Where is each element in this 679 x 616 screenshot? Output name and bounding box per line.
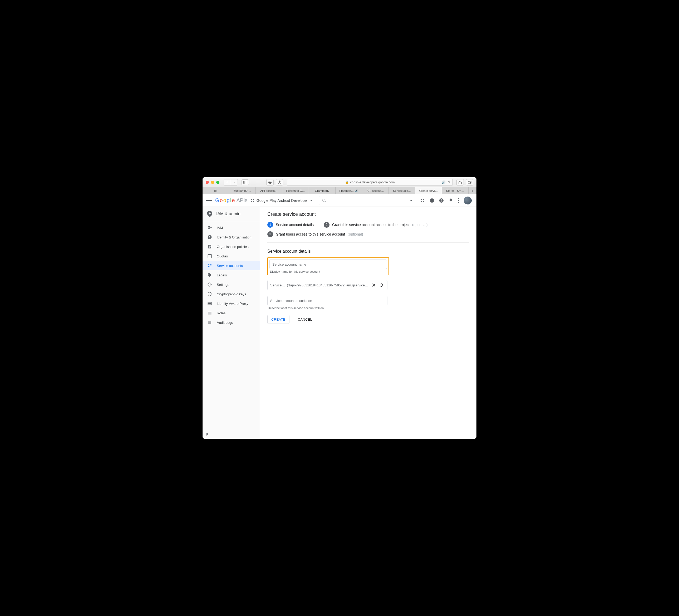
svg-rect-28 [208, 246, 211, 246]
new-tab-button[interactable]: + [468, 187, 477, 194]
regenerate-id-button[interactable] [378, 283, 385, 287]
sidebar-item-quotas[interactable]: Quotas [202, 251, 260, 261]
cancel-button[interactable]: CANCEL [294, 315, 316, 324]
clear-id-button[interactable] [371, 283, 377, 287]
browser-tab[interactable]: Fragmen…🔊 [335, 187, 362, 194]
account-icon [207, 235, 212, 240]
sidebar-item-org-policies[interactable]: Organisation policies [202, 242, 260, 251]
forward-button[interactable]: › [231, 179, 237, 185]
svg-point-17 [432, 201, 432, 202]
sidebar-item-audit-logs[interactable]: Audit Logs [202, 318, 260, 327]
help-icon[interactable]: ? [439, 198, 444, 203]
service-account-name-input[interactable]: Service account name [269, 259, 387, 269]
browser-tab[interactable]: API access… [256, 187, 282, 194]
content: IAM & admin IAM Identity & Organisation … [202, 207, 477, 439]
svg-rect-44 [208, 313, 212, 313]
tabs-overview-button[interactable] [466, 179, 473, 185]
browser-tabstrip: de Bug 59400:… API access… Publish to G…… [202, 187, 477, 194]
service-account-name-highlight: Service account name Display name for th… [267, 257, 389, 275]
svg-point-40 [209, 284, 211, 285]
stepper: 1 Service account details 2 Grant this s… [267, 222, 469, 243]
url-bar[interactable]: 🔒 console.developers.google.com 🔊 ⟳ [287, 179, 453, 186]
svg-point-39 [208, 274, 209, 275]
service-account-id-field[interactable]: Service… @api-7976831618413465116-759572… [267, 280, 387, 290]
sidebar-item-service-accounts[interactable]: Service accounts [202, 261, 260, 270]
back-button[interactable]: ‹ [224, 179, 231, 185]
svg-rect-48 [208, 323, 211, 324]
step-3[interactable]: 3 Grant users access to this service acc… [267, 231, 363, 237]
main-content: Create service account 1 Service account… [260, 207, 477, 439]
extension-grammarly-icon[interactable] [266, 179, 273, 185]
svg-line-10 [325, 201, 326, 202]
sidebar-item-settings[interactable]: Settings [202, 280, 260, 289]
sidebar-item-roles[interactable]: Roles [202, 308, 260, 318]
browser-tab[interactable]: de [202, 187, 229, 194]
svg-point-26 [209, 236, 211, 237]
roles-icon [207, 311, 212, 315]
svg-rect-30 [208, 247, 210, 248]
svg-text:?: ? [441, 199, 442, 202]
more-icon[interactable] [458, 198, 459, 203]
svg-rect-45 [208, 314, 212, 314]
svg-rect-14 [423, 201, 424, 202]
section-title: Service account details [267, 249, 469, 254]
sidebar-item-labels[interactable]: Labels [202, 270, 260, 280]
browser-tab[interactable]: Grammarly [309, 187, 335, 194]
reader-mode-icon[interactable] [276, 179, 283, 185]
svg-rect-46 [208, 321, 211, 322]
search-input[interactable] [319, 196, 415, 205]
sidebar-item-iap[interactable]: Identity-Aware Proxy [202, 299, 260, 308]
gift-icon[interactable] [420, 198, 425, 203]
svg-point-5 [279, 183, 280, 183]
svg-rect-43 [208, 312, 212, 312]
url-host: console.developers.google.com [350, 181, 395, 184]
google-apis-logo[interactable]: Google APIs [215, 197, 248, 204]
browser-tab[interactable]: API access… [362, 187, 389, 194]
browser-tab-active[interactable]: Create servi… [415, 187, 442, 194]
svg-rect-37 [210, 266, 212, 267]
browser-tab[interactable]: Bug 59400:… [229, 187, 256, 194]
description-helper-text: Describe what this service account will … [267, 305, 387, 310]
quota-icon [207, 254, 212, 258]
description-field-group: Service account description Describe wha… [267, 296, 387, 310]
sidebar-item-crypto-keys[interactable]: Cryptographic keys [202, 289, 260, 299]
svg-rect-34 [210, 264, 212, 265]
service-account-description-input[interactable]: Service account description [267, 296, 387, 305]
project-icon [251, 199, 254, 202]
svg-rect-47 [208, 322, 211, 323]
id-prefix: Service… [270, 283, 285, 287]
share-button[interactable] [456, 179, 464, 185]
audio-indicator-icon[interactable]: 🔊 [442, 181, 446, 184]
alert-icon[interactable] [429, 198, 434, 203]
close-window-button[interactable] [206, 181, 209, 184]
step-badge: 3 [267, 231, 273, 237]
step-2[interactable]: 2 Grant this service account access to t… [324, 222, 428, 228]
step-divider [316, 225, 321, 225]
browser-window: ‹ › 🔒 console.developers.google.com 🔊 ⟳ [202, 177, 477, 439]
sidebar-collapse-button[interactable] [202, 430, 260, 439]
user-avatar[interactable] [464, 196, 472, 205]
browser-tab[interactable]: Stores · Sm… [442, 187, 468, 194]
minimize-window-button[interactable] [211, 181, 214, 184]
project-selector[interactable]: Google Play Android Developer [251, 198, 313, 203]
svg-rect-16 [432, 199, 432, 201]
menu-button[interactable] [206, 197, 212, 204]
svg-point-36 [208, 266, 209, 268]
browser-tab[interactable]: Publish to G… [282, 187, 309, 194]
caret-down-icon [310, 200, 313, 201]
svg-point-20 [458, 198, 459, 199]
tab-audio-icon: 🔊 [355, 189, 358, 192]
create-button[interactable]: CREATE [267, 315, 289, 324]
step-1[interactable]: 1 Service account details [267, 222, 314, 228]
search-dropdown-icon[interactable] [410, 200, 413, 201]
browser-tab[interactable]: Service acc… [389, 187, 415, 194]
svg-point-21 [458, 200, 459, 201]
sidebar-item-iam[interactable]: IAM [202, 223, 260, 233]
maximize-window-button[interactable] [216, 181, 219, 184]
sidebar-title: IAM & admin [202, 207, 260, 221]
notifications-icon[interactable] [449, 198, 453, 203]
reload-button[interactable]: ⟳ [448, 181, 450, 184]
service-account-icon [207, 263, 212, 268]
sidebar-item-identity[interactable]: Identity & Organisation [202, 233, 260, 242]
sidebar-toggle-button[interactable] [241, 179, 249, 185]
